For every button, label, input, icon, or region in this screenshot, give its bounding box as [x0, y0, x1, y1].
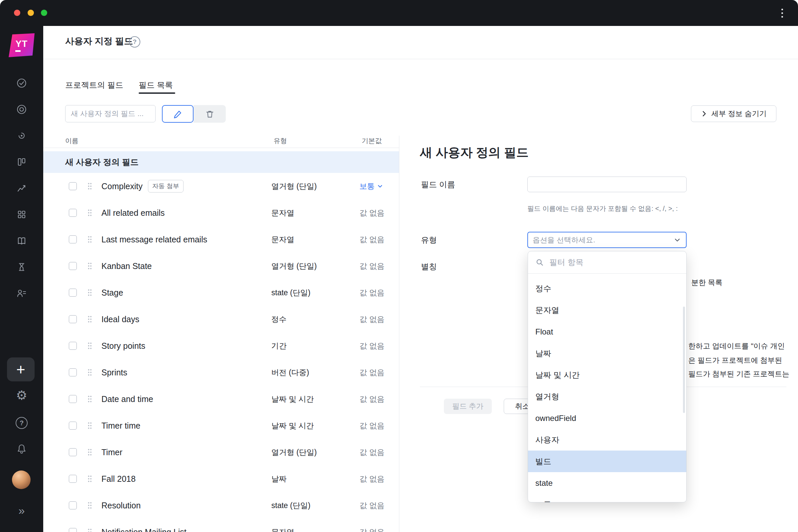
notifications-bell-icon[interactable] — [0, 443, 43, 454]
table-row[interactable]: Stage state (단일) 값 없음 — [43, 279, 399, 306]
trend-chart-icon[interactable] — [16, 183, 27, 194]
kanban-board-icon[interactable] — [16, 156, 27, 168]
target-icon[interactable] — [16, 104, 27, 115]
table-row[interactable]: Notification Mailing List 문자열 값 없음 — [43, 519, 399, 532]
table-row[interactable]: All related emails 문자열 값 없음 — [43, 200, 399, 226]
apps-grid-icon[interactable] — [16, 209, 27, 220]
page-title: 사용자 지정 필드 — [65, 35, 133, 47]
drag-handle-icon[interactable] — [88, 369, 92, 376]
field-name-label: 필드 이름 — [421, 179, 455, 190]
team-icon[interactable] — [16, 288, 27, 299]
dropdown-option-state[interactable]: state — [528, 472, 686, 494]
drag-handle-icon[interactable] — [88, 183, 92, 190]
row-checkbox[interactable] — [69, 528, 77, 532]
table-row[interactable]: Resolution state (단일) 값 없음 — [43, 492, 399, 519]
zoom-window-button[interactable] — [41, 10, 47, 16]
drag-handle-icon[interactable] — [88, 395, 92, 403]
dropdown-option-ownedfield[interactable]: ownedField — [528, 407, 686, 429]
dropdown-option-integer[interactable]: 정수 — [528, 278, 686, 299]
drag-handle-icon[interactable] — [88, 422, 92, 429]
add-field-button[interactable]: 필드 추가 — [444, 399, 492, 414]
row-checkbox[interactable] — [69, 235, 77, 243]
row-checkbox[interactable] — [69, 475, 77, 483]
drag-handle-icon[interactable] — [88, 475, 92, 482]
table-row[interactable]: Ideal days 정수 값 없음 — [43, 306, 399, 332]
drag-handle-icon[interactable] — [88, 316, 92, 323]
new-field-search-input[interactable] — [65, 105, 156, 122]
expand-sidebar-icon[interactable]: » — [0, 504, 43, 517]
drag-handle-icon[interactable] — [88, 528, 92, 532]
field-type: state (단일) — [271, 288, 359, 298]
table-row[interactable]: Timer time 날짜 및 시간 값 없음 — [43, 412, 399, 439]
delete-field-button[interactable] — [193, 105, 226, 123]
main-content: 사용자 지정 필드 ? 프로젝트의 필드 필드 목록 세부 정보 숨기기 이름 … — [43, 26, 798, 532]
row-checkbox[interactable] — [69, 289, 77, 297]
field-type: 문자열 — [271, 208, 359, 218]
row-checkbox[interactable] — [69, 368, 77, 376]
clipped-description-text: 은 필드가 프로젝트에 첨부된 — [688, 356, 782, 365]
dropdown-option-float[interactable]: Float — [528, 321, 686, 342]
row-checkbox[interactable] — [69, 262, 77, 270]
row-checkbox[interactable] — [69, 501, 77, 509]
window-menu-kebab-icon[interactable] — [775, 5, 789, 21]
default-value: 값 없음 — [359, 394, 399, 404]
page-help-icon[interactable]: ? — [129, 36, 140, 48]
table-row[interactable]: Fall 2018 날짜 값 없음 — [43, 466, 399, 492]
dropdown-option-string[interactable]: 문자열 — [528, 299, 686, 321]
row-checkbox[interactable] — [69, 395, 77, 403]
close-window-button[interactable] — [14, 10, 20, 16]
table-row[interactable]: Story points 기간 값 없음 — [43, 332, 399, 359]
hide-details-button[interactable]: 세부 정보 숨기기 — [691, 106, 776, 122]
edit-field-button[interactable] — [162, 105, 193, 123]
table-row[interactable]: Date and time 날짜 및 시간 값 없음 — [43, 386, 399, 412]
field-type: 문자열 — [271, 234, 359, 245]
clipped-description-text: 분한 목록 — [691, 278, 723, 288]
table-row[interactable]: Complexity자동 첨부 열거형 (단일) 보통 — [43, 173, 399, 200]
help-icon[interactable]: ? — [0, 417, 43, 429]
type-select[interactable]: 옵션을 선택하세요. — [527, 232, 687, 248]
dropdown-option-datetime[interactable]: 날짜 및 시간 — [528, 364, 686, 386]
dropdown-option-build[interactable]: 빌드 — [528, 451, 686, 472]
table-row[interactable]: Kanban State 열거형 (단일) 값 없음 — [43, 253, 399, 279]
row-checkbox[interactable] — [69, 342, 77, 350]
check-circle-icon[interactable] — [16, 77, 27, 89]
row-checkbox[interactable] — [69, 182, 77, 190]
row-checkbox[interactable] — [69, 422, 77, 430]
youtrack-logo[interactable]: YT — [8, 33, 35, 57]
row-checkbox[interactable] — [69, 209, 77, 217]
book-icon[interactable] — [16, 235, 27, 246]
default-value-link[interactable]: 보통 — [359, 181, 399, 191]
search-icon — [535, 258, 544, 267]
dropdown-option-group[interactable]: 그룹 — [528, 494, 686, 502]
row-checkbox[interactable] — [69, 448, 77, 456]
tab-field-list[interactable]: 필드 목록 — [139, 80, 173, 91]
create-button[interactable]: + — [7, 358, 35, 381]
user-avatar[interactable] — [12, 471, 31, 489]
dropdown-option-date[interactable]: 날짜 — [528, 342, 686, 364]
app-window: YT — [0, 0, 798, 532]
table-row[interactable]: Sprints 버전 (다중) 값 없음 — [43, 359, 399, 386]
drag-handle-icon[interactable] — [88, 262, 92, 270]
drag-handle-icon[interactable] — [88, 342, 92, 349]
field-type: state (단일) — [271, 500, 359, 511]
default-value: 값 없음 — [359, 341, 399, 351]
drag-handle-icon[interactable] — [88, 236, 92, 243]
radar-icon[interactable] — [16, 130, 27, 141]
minimize-window-button[interactable] — [27, 10, 34, 16]
table-row[interactable]: Timer 열거형 (단일) 값 없음 — [43, 439, 399, 466]
dropdown-option-enum[interactable]: 열거형 — [528, 386, 686, 407]
drag-handle-icon[interactable] — [88, 449, 92, 456]
hourglass-icon[interactable] — [16, 261, 27, 273]
drag-handle-icon[interactable] — [88, 289, 92, 296]
drag-handle-icon[interactable] — [88, 209, 92, 216]
dropdown-filter-input[interactable] — [549, 258, 679, 267]
tab-project-fields[interactable]: 프로젝트의 필드 — [65, 80, 124, 91]
dropdown-scrollbar[interactable] — [683, 307, 685, 413]
drag-handle-icon[interactable] — [88, 502, 92, 509]
dropdown-option-user[interactable]: 사용자 — [528, 429, 686, 451]
field-name-input[interactable] — [527, 176, 687, 192]
selected-new-field-row[interactable]: 새 사용자 정의 필드 — [43, 151, 399, 173]
table-row[interactable]: Last message related emails 문자열 값 없음 — [43, 226, 399, 253]
settings-gear-icon[interactable]: ⚙ — [0, 389, 43, 402]
row-checkbox[interactable] — [69, 315, 77, 323]
